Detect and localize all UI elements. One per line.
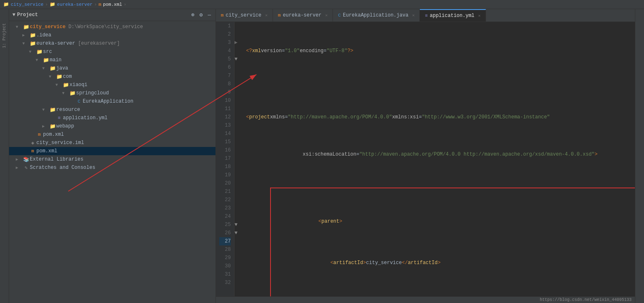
add-icon[interactable]: ⊕ [190,11,196,19]
tree-label: city_service.iml [36,140,84,146]
tree-item-src[interactable]: ▼ 📁 src [9,48,215,56]
tree-item-resource[interactable]: ▼ 📁 resource [9,106,215,114]
folder-icon: 📁 [62,82,69,88]
expand-arrow: ▶ [16,157,22,162]
folder-icon: 📁 [49,123,56,130]
xml-attr-val: "http://maven.apache.org/POM/4.0.0" [288,113,392,121]
tab-close-java[interactable]: ✕ [412,13,414,18]
expand-arrow: ▼ [55,83,62,87]
project-tree: ▼ 📁 city_service D:\WorkSpace\city_servi… [9,21,215,303]
code-line-1: <?xml version="1.0" encoding="UTF-8"?> [246,47,632,55]
tab-label: eureka-server [283,12,322,18]
tree-label: pom.xml [36,148,57,154]
expand-arrow: ▶ [22,33,29,38]
left-panel-strip: 1: Project [0,9,9,303]
tree-item-idea[interactable]: ▶ 📁 .idea [9,31,215,39]
tab-eureka-application-java[interactable]: C EurekaApplication.java ✕ [333,9,420,22]
tree-item-com[interactable]: ▼ 📁 com [9,72,215,81]
project-panel-title: ▼ Project [12,12,38,18]
tree-label: com [63,74,72,79]
code-line-4: xsi:schemaLocation="http://maven.apache.… [246,146,632,163]
tab-close-city-service[interactable]: ✕ [265,13,268,18]
tree-item-eureka-server[interactable]: ▼ 📁 eureka-server [eurekaserver] [9,39,215,48]
project-panel: ▼ Project ⊕ ⚙ — ▼ 📁 city_service D:\Work… [9,9,216,303]
minimize-icon[interactable]: — [206,11,212,19]
project-strip-label[interactable]: 1: Project [2,23,7,48]
xml-bracket: > [339,217,342,226]
tab-close-yml[interactable]: ✕ [478,13,481,18]
xml-bracket: </ [402,259,407,267]
editor-area: m city_service ✕ m eureka-server ✕ C Eur… [216,9,635,303]
code-line-3: <project xmlns="http://maven.apache.org/… [246,113,632,121]
tree-item-pom-eureka[interactable]: ▶ m pom.xml [9,130,215,139]
xml-attr: version [261,47,282,55]
folder-icon: 📁 [22,24,30,30]
tree-item-eureka-application[interactable]: ▶ C EurekaApplication [9,97,215,106]
code-line-6: <artifactId>city_service</artifactId> [271,255,635,271]
xml-attr: xsi:schemaLocation [303,150,357,159]
xml-attr: xmlns:xsi [392,113,419,121]
tree-item-pom-city[interactable]: ▶ m pom.xml [9,147,215,155]
breadcrumb-eureka-server[interactable]: eureka-server [57,2,93,7]
tab-bar: m city_service ✕ m eureka-server ✕ C Eur… [216,9,635,22]
code-line-2 [246,80,632,88]
project-panel-actions: ⊕ ⚙ — [190,11,212,19]
status-bar: https://blog.csdn.net/weixin_44095133 [216,296,635,303]
tree-label: resource [56,107,80,113]
xml-bracket: < [330,259,333,267]
tree-item-webapp[interactable]: ▶ 📁 webapp [9,122,215,130]
tree-item-xiaoqi[interactable]: ▼ 📁 xiaoqi [9,81,215,89]
folder-icon: 📁 [36,49,43,55]
expand-arrow: ▼ [36,58,42,63]
scrollbar[interactable] [637,9,643,303]
expand-arrow: ▼ [22,41,29,46]
folder-icon: 📁 [49,107,56,113]
line-numbers: 1 2 3 4 5 6 7 8 9 10 11 12 13 14 15 16 1… [216,22,235,296]
tab-label: EurekaApplication.java [343,12,408,18]
tree-item-scratches[interactable]: ▶ ✎ Scratches and Consoles [9,164,215,172]
tree-path-label: D:\WorkSpace\city_service [65,24,143,30]
tree-item-main[interactable]: ▼ 📁 main [9,56,215,64]
project-title-text: Project [17,12,38,18]
expand-arrow: ▼ [49,75,55,79]
xml-attr-val: "http://www.w3.org/2001/XMLSchema-instan… [422,113,550,121]
java-tab-icon: C [338,13,341,18]
tab-eureka-server[interactable]: m eureka-server ✕ [273,9,333,22]
xml-bracket: > [363,259,366,267]
tree-label: EurekaApplication [83,99,133,104]
red-box-annotation: <parent> <artifactId>city_service</artif… [270,188,635,296]
xml-tag: xml [252,47,261,55]
tab-label: application.yml [430,13,474,19]
xml-attr-val: "http://maven.apache.org/POM/4.0.0 http:… [359,150,595,159]
iml-icon: ◈ [29,140,36,146]
code-line-5: <parent> [271,213,635,230]
settings-icon[interactable]: ⚙ [198,11,204,19]
tree-label: src [43,49,52,55]
xml-attr: encoding [300,47,324,55]
breadcrumb-city-service[interactable]: city_service [11,2,43,7]
tree-item-city-service-iml[interactable]: ▶ ◈ city_service.iml [9,139,215,147]
tree-item-city-service-root[interactable]: ▼ 📁 city_service D:\WorkSpace\city_servi… [9,23,215,31]
xml-bracket: <? [246,47,252,55]
scratch-icon: ✎ [22,165,30,171]
xml-icon: m [29,149,36,154]
xml-tab-icon: m [278,13,281,18]
yaml-icon: ≡ [55,115,63,120]
tab-close-eureka[interactable]: ✕ [325,13,328,18]
tree-label: eureka-server [eurekaserver] [36,41,120,46]
xml-tag: parent [321,217,339,226]
tree-item-external-libs[interactable]: ▶ 📚 External Libraries [9,155,215,164]
tree-item-java[interactable]: ▼ 📁 java [9,64,215,72]
right-scrollbar[interactable] [635,9,644,303]
expand-arrow: ▼ [29,50,36,54]
tree-label: pom.xml [43,132,64,137]
breadcrumb-pom: pom.xml [103,2,122,7]
tree-item-springcloud[interactable]: ▼ 📁 springcloud [9,89,215,97]
tree-item-application-yml[interactable]: ▶ ≡ application.yml [9,114,215,122]
folder-icon: 📁 [55,74,63,80]
tab-application-yml[interactable]: ≡ application.yml ✕ [420,9,486,22]
expand-arrow: ▶ [16,165,22,170]
expand-arrow: ▼ [42,108,49,112]
code-editor[interactable]: <?xml version="1.0" encoding="UTF-8"?> <… [243,22,635,296]
tab-city-service[interactable]: m city_service ✕ [216,9,273,22]
